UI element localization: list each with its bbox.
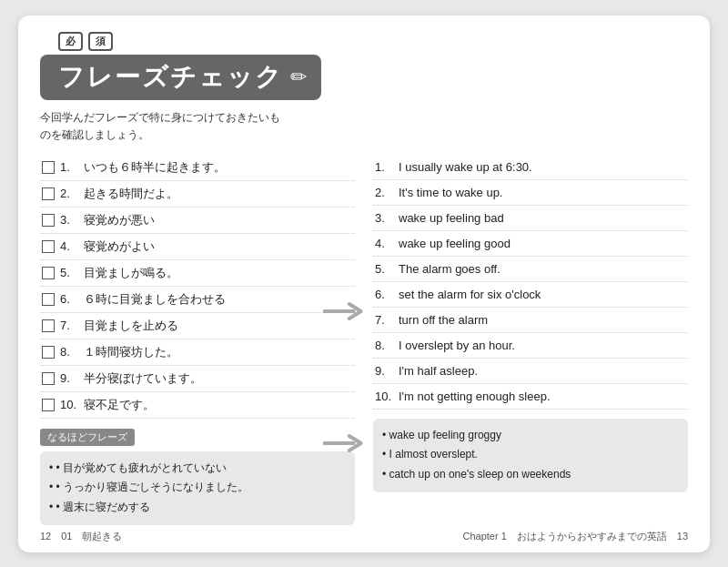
checklist: 1.いつも６時半に起きます。2.起きる時間だよ。3.寝覚めが悪い4.寝覚めがよい… bbox=[40, 155, 355, 419]
checklist-item: 10.寝不足です。 bbox=[40, 392, 355, 419]
checklist-item: 4.寝覚めがよい bbox=[40, 234, 355, 260]
checklist-item: 8.１時間寝坊した。 bbox=[40, 339, 355, 366]
en-number: 5. bbox=[375, 262, 399, 276]
naruhodo-right-box: • wake up feeling groggy• I almost overs… bbox=[373, 419, 688, 492]
en-text: I'm half asleep. bbox=[399, 364, 478, 378]
main-wrapper: 1.いつも６時半に起きます。2.起きる時間だよ。3.寝覚めが悪い4.寝覚めがよい… bbox=[40, 155, 688, 525]
english-item: 6.set the alarm for six o'clock bbox=[373, 282, 688, 308]
english-item: 4.wake up feeling good bbox=[373, 231, 688, 257]
item-number: 3. bbox=[60, 213, 80, 227]
naruhodo-left-item: • 週末に寝だめする bbox=[49, 498, 346, 518]
checkbox[interactable] bbox=[42, 161, 55, 174]
item-text: いつも６時半に起きます。 bbox=[84, 159, 226, 176]
item-number: 10. bbox=[60, 398, 80, 411]
english-item: 9.I'm half asleep. bbox=[373, 359, 688, 384]
checklist-item: 3.寝覚めが悪い bbox=[40, 208, 355, 234]
arrow-low bbox=[323, 427, 367, 463]
checkbox[interactable] bbox=[42, 240, 55, 253]
title-row: フレーズチェック ✏ bbox=[40, 55, 321, 100]
english-item: 3.wake up feeling bad bbox=[373, 206, 688, 231]
badge-row: 必 須 bbox=[58, 32, 113, 51]
item-text: １時間寝坊した。 bbox=[84, 344, 178, 360]
item-number: 6. bbox=[60, 292, 80, 306]
english-item: 2.It's time to wake up. bbox=[373, 180, 688, 206]
item-text: 目覚ましが鳴る。 bbox=[84, 265, 178, 281]
checkbox[interactable] bbox=[42, 372, 55, 385]
item-number: 4. bbox=[60, 239, 80, 253]
checkbox[interactable] bbox=[42, 346, 55, 359]
arrow-mid bbox=[323, 295, 367, 331]
naruhodo-right-item: • catch up on one's sleep on weekends bbox=[382, 465, 679, 485]
checklist-item: 9.半分寝ぼけています。 bbox=[40, 366, 355, 392]
en-text: I usually wake up at 6:30. bbox=[399, 160, 532, 174]
badge-hissu1: 必 bbox=[58, 32, 83, 51]
naruhodo-label: なるほどフレーズ bbox=[40, 429, 135, 446]
en-text: The alarm goes off. bbox=[399, 262, 500, 276]
english-item: 7.turn off the alarm bbox=[373, 308, 688, 333]
en-number: 3. bbox=[375, 211, 399, 225]
subtitle: 今回学んだフレーズで特に身につけておきたいものを確認しましょう。 bbox=[40, 109, 688, 144]
checklist-item: 1.いつも６時半に起きます。 bbox=[40, 155, 355, 181]
item-number: 8. bbox=[60, 345, 80, 359]
page: 必 須 フレーズチェック ✏ 今回学んだフレーズで特に身につけておきたいものを確… bbox=[18, 15, 710, 552]
en-text: I overslept by an hour. bbox=[399, 339, 515, 352]
naruhodo-right-item: • I almost overslept. bbox=[382, 445, 679, 465]
footer-right: Chapter 1 おはようからおやすみまでの英語 13 bbox=[462, 530, 688, 543]
item-text: 寝不足です。 bbox=[84, 397, 155, 413]
en-number: 9. bbox=[375, 364, 399, 378]
english-item: 1.I usually wake up at 6:30. bbox=[373, 155, 688, 180]
en-number: 2. bbox=[375, 186, 399, 199]
en-number: 6. bbox=[375, 288, 399, 301]
en-text: set the alarm for six o'clock bbox=[399, 288, 541, 301]
checkbox[interactable] bbox=[42, 319, 55, 332]
english-list: 1.I usually wake up at 6:30.2.It's time … bbox=[373, 155, 688, 410]
right-column: 1.I usually wake up at 6:30.2.It's time … bbox=[364, 155, 688, 525]
en-text: wake up feeling good bbox=[399, 237, 511, 250]
footer: 12 01 朝起きる Chapter 1 おはようからおやすみまでの英語 13 bbox=[40, 530, 688, 543]
en-number: 7. bbox=[375, 313, 399, 327]
item-number: 5. bbox=[60, 266, 80, 279]
content-area: 1.いつも６時半に起きます。2.起きる時間だよ。3.寝覚めが悪い4.寝覚めがよい… bbox=[40, 155, 688, 525]
checklist-item: 2.起きる時間だよ。 bbox=[40, 181, 355, 208]
naruhodo-right-wrapper: • wake up feeling groggy• I almost overs… bbox=[373, 419, 688, 492]
pencil-icon: ✏ bbox=[290, 66, 307, 89]
page-title: フレーズチェック bbox=[58, 60, 283, 95]
badge-hissu2: 須 bbox=[88, 32, 113, 51]
checkbox[interactable] bbox=[42, 267, 55, 279]
en-number: 8. bbox=[375, 339, 399, 352]
naruhodo-left-item: • うっかり寝過ごしそうになりました。 bbox=[49, 478, 346, 498]
en-text: turn off the alarm bbox=[399, 313, 488, 327]
header: 必 須 フレーズチェック ✏ bbox=[40, 32, 688, 100]
en-number: 1. bbox=[375, 160, 399, 174]
en-text: I'm not getting enough sleep. bbox=[399, 390, 551, 403]
item-number: 1. bbox=[60, 160, 80, 174]
naruhodo-left-item: • 目が覚めても疲れがとれていない bbox=[49, 459, 346, 479]
checklist-item: 5.目覚ましが鳴る。 bbox=[40, 260, 355, 287]
footer-left: 12 01 朝起きる bbox=[40, 530, 122, 543]
english-item: 5.The alarm goes off. bbox=[373, 257, 688, 282]
en-number: 10. bbox=[375, 390, 399, 403]
item-number: 2. bbox=[60, 187, 80, 200]
checkbox[interactable] bbox=[42, 293, 55, 306]
en-text: It's time to wake up. bbox=[399, 186, 502, 199]
naruhodo-right-item: • wake up feeling groggy bbox=[382, 426, 679, 446]
left-column: 1.いつも６時半に起きます。2.起きる時間だよ。3.寝覚めが悪い4.寝覚めがよい… bbox=[40, 155, 364, 525]
item-text: 目覚ましを止める bbox=[84, 318, 178, 334]
english-item: 10.I'm not getting enough sleep. bbox=[373, 384, 688, 410]
checklist-item: 6.６時に目覚ましを合わせる bbox=[40, 287, 355, 313]
checkbox[interactable] bbox=[42, 187, 55, 200]
item-text: 半分寝ぼけています。 bbox=[84, 370, 202, 387]
checkbox[interactable] bbox=[42, 214, 55, 227]
item-text: 寝覚めがよい bbox=[84, 238, 155, 255]
english-item: 8.I overslept by an hour. bbox=[373, 333, 688, 359]
item-number: 9. bbox=[60, 371, 80, 385]
checkbox[interactable] bbox=[42, 399, 55, 411]
item-number: 7. bbox=[60, 319, 80, 332]
en-number: 4. bbox=[375, 237, 399, 250]
en-text: wake up feeling bad bbox=[399, 211, 504, 225]
checklist-item: 7.目覚ましを止める bbox=[40, 313, 355, 339]
item-text: 起きる時間だよ。 bbox=[84, 186, 178, 202]
naruhodo-left-box: • 目が覚めても疲れがとれていない• うっかり寝過ごしそうになりました。• 週末… bbox=[40, 451, 355, 525]
item-text: 寝覚めが悪い bbox=[84, 212, 155, 228]
naruhodo-section: なるほどフレーズ • 目が覚めても疲れがとれていない• うっかり寝過ごしそうにな… bbox=[40, 428, 355, 525]
